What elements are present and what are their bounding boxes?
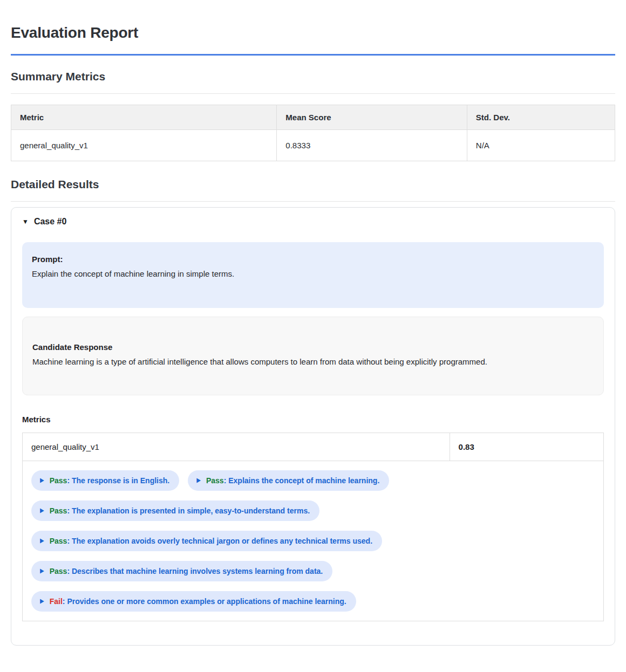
criteria-cell: ▶ PassThe response is in English. ▶ Pass… [23,461,604,621]
criterion-pill[interactable]: ▶ PassExplains the concept of machine le… [188,470,389,491]
detailed-results-heading: Detailed Results [11,177,615,191]
criteria-row: ▶ PassThe response is in English. ▶ Pass… [23,461,604,621]
criterion-text: The explanation is presented in simple, … [67,506,310,515]
caret-down-icon: ▼ [22,218,29,225]
summary-table-header-row: Metric Mean Score Std. Dev. [11,105,615,130]
summary-section-divider [11,93,615,94]
prompt-box: Prompt: Explain the concept of machine l… [22,242,604,308]
summary-metrics-heading: Summary Metrics [11,70,615,83]
criterion-text: Describes that machine learning involves… [67,567,323,575]
criterion-status: Fail [50,597,63,606]
column-header-std-dev: Std. Dev. [467,105,615,130]
summary-metric-name: general_quality_v1 [11,130,277,161]
summary-metrics-table: Metric Mean Score Std. Dev. general_qual… [11,105,615,161]
candidate-response-text: Machine learning is a type of artificial… [32,355,537,368]
criterion-status: Pass [50,476,67,485]
case-summary-toggle[interactable]: ▼ Case #0 [22,215,604,228]
criterion-text: Explains the concept of machine learning… [224,476,380,485]
detailed-section-divider [11,201,615,202]
case-card: ▼ Case #0 Prompt: Explain the concept of… [11,207,615,646]
page-title: Evaluation Report [11,24,615,42]
prompt-text: Explain the concept of machine learning … [32,268,593,280]
criterion-status: Pass [206,476,224,485]
case-metric-name: general_quality_v1 [23,433,450,461]
report-page: Evaluation Report Summary Metrics Metric… [0,0,626,665]
candidate-response-box: Candidate Response Machine learning is a… [22,317,604,395]
case-details: ▼ Case #0 Prompt: Explain the concept of… [22,215,604,621]
expand-arrow-icon: ▶ [196,477,201,484]
metrics-label: Metrics [22,415,604,424]
candidate-response-label: Candidate Response [32,341,593,353]
criterion-pill[interactable]: ▶ FailProvides one or more common exampl… [31,591,356,612]
criterion-pill[interactable]: ▶ PassThe response is in English. [31,470,179,491]
case-metric-score: 0.83 [450,433,603,461]
criterion-status: Pass [50,567,67,575]
column-header-mean-score: Mean Score [277,105,467,130]
column-header-metric: Metric [11,105,277,130]
criterion-pill[interactable]: ▶ PassThe explanation is presented in si… [31,500,319,521]
summary-table-row: general_quality_v1 0.8333 N/A [11,130,615,161]
summary-mean-score: 0.8333 [277,130,467,161]
prompt-label: Prompt: [32,253,593,265]
summary-std-dev: N/A [467,130,615,161]
criterion-text: The explanation avoids overly technical … [67,537,372,545]
case-metric-row: general_quality_v1 0.83 [23,433,604,461]
case-metrics-table: general_quality_v1 0.83 ▶ PassThe respon… [22,433,604,621]
criterion-status: Pass [50,506,67,515]
expand-arrow-icon: ▶ [40,598,44,605]
criterion-text: The response is in English. [67,476,169,485]
case-title: Case #0 [34,215,67,228]
title-divider [11,54,615,56]
criterion-text: Provides one or more common examples or … [63,597,346,606]
criterion-pill[interactable]: ▶ PassDescribes that machine learning in… [31,561,332,581]
expand-arrow-icon: ▶ [40,477,44,484]
expand-arrow-icon: ▶ [40,508,44,514]
criteria-list: ▶ PassThe response is in English. ▶ Pass… [31,470,595,612]
expand-arrow-icon: ▶ [40,538,44,544]
criterion-pill[interactable]: ▶ PassThe explanation avoids overly tech… [31,531,382,551]
expand-arrow-icon: ▶ [40,568,44,574]
criterion-status: Pass [50,537,67,545]
